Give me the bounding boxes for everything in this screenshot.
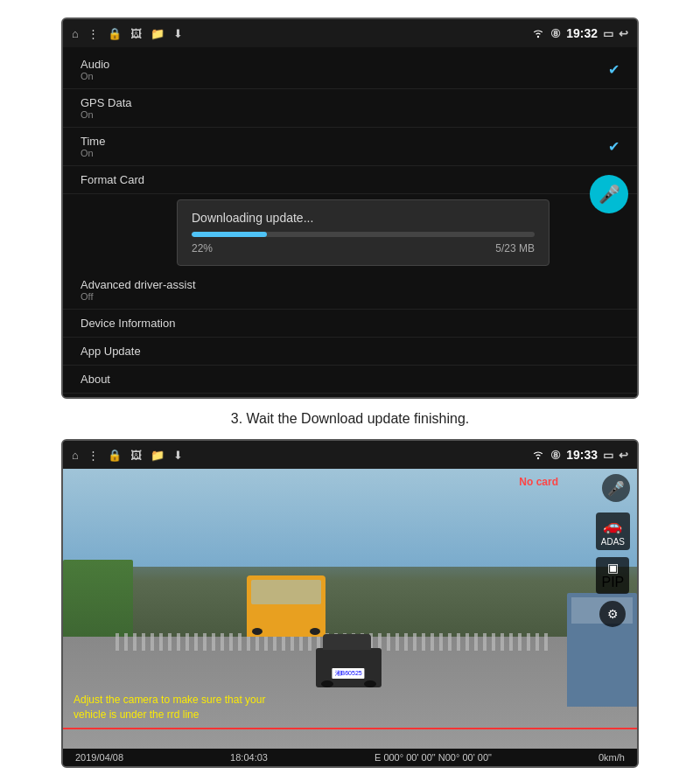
info-coords: E 000° 00' 00" N00° 00' 00": [374, 752, 492, 763]
license-plate: 湘B60525: [332, 668, 365, 679]
settings-row-format[interactable]: Format Card: [63, 166, 637, 194]
adas-red-line: [63, 728, 637, 729]
info-speed: 0km/h: [598, 752, 625, 763]
car-wr: [364, 680, 376, 687]
settings-area: Audio On ✔ GPS Data On Time On ✔ Format …: [63, 47, 637, 397]
progress-size: 5/23 MB: [495, 242, 535, 255]
screen1-frame: ⌂ ⋮ 🔒 🖼 📁 ⬇ ⑧ 19:32 ▭: [61, 17, 639, 399]
info-time: 18:04:03: [230, 752, 268, 763]
mic-btn-area[interactable]: 🎤: [590, 175, 628, 213]
progress-info: 22% 5/23 MB: [192, 242, 535, 255]
audio-label: Audio: [80, 58, 109, 71]
gps-sub: On: [80, 109, 620, 120]
bus-windshield: [251, 580, 321, 604]
clock-display-2: 19:33: [566, 448, 598, 462]
back-icon-2: ↩: [619, 449, 628, 462]
status-bar2-left: ⌂ ⋮ 🔒 🖼 📁 ⬇: [72, 449, 183, 462]
pip-label: PIP: [601, 575, 624, 590]
settings-row-gps[interactable]: GPS Data On: [63, 89, 637, 128]
back-icon: ↩: [619, 27, 628, 40]
about-label: About: [80, 373, 620, 386]
bluetooth-icon: ⑧: [550, 27, 561, 40]
format-label: Format Card: [80, 173, 584, 186]
dashcam-view: 湘B60525 No card 🎤 🚗 ADAS ▣ PIP ⚙ Adjust …: [63, 469, 637, 749]
settings-row-device[interactable]: Device Information: [63, 310, 637, 338]
advanced-label: Advanced driver-assist: [80, 278, 620, 291]
battery-icon-2: ▭: [603, 449, 613, 462]
adas-settings-btn[interactable]: ⚙: [599, 601, 626, 627]
status-bar-left: ⌂ ⋮ 🔒 🖼 📁 ⬇: [72, 27, 183, 40]
adas-button[interactable]: 🚗 ADAS: [596, 513, 630, 550]
bus-shape: [247, 575, 326, 637]
no-card-text: No card: [519, 476, 558, 488]
bus-wheel-r: [310, 628, 320, 635]
wifi-icon: [531, 28, 545, 38]
download-title: Downloading update...: [192, 211, 535, 225]
audio-sub: On: [80, 71, 109, 81]
car-body: 湘B60525: [316, 648, 382, 687]
bluetooth-icon-2: ⑧: [550, 449, 561, 462]
screen2-frame: ⌂ ⋮ 🔒 🖼 📁 ⬇ ⑧ 19:33 ▭ ↩: [61, 439, 639, 768]
status-bar-right: ⑧ 19:32 ▭ ↩: [531, 26, 628, 40]
appupdate-label: App Update: [80, 345, 620, 358]
menu-dots-icon: ⋮: [88, 27, 99, 40]
settings-row-audio[interactable]: Audio On ✔: [63, 51, 637, 89]
gps-label: GPS Data: [80, 96, 620, 109]
menu-dots-icon-2: ⋮: [88, 449, 99, 462]
dashcam-mic-btn[interactable]: 🎤: [602, 474, 630, 502]
status-bar2-right: ⑧ 19:33 ▭ ↩: [531, 448, 628, 462]
svg-point-1: [537, 457, 539, 459]
download-dialog: Downloading update... 22% 5/23 MB: [177, 199, 550, 266]
status-bar-1: ⌂ ⋮ 🔒 🖼 📁 ⬇ ⑧ 19:32 ▭: [63, 19, 637, 47]
progress-bar-fill: [192, 232, 267, 237]
adas-controls: 🚗 ADAS ▣ PIP ⚙: [596, 513, 630, 627]
settings-row-about[interactable]: About: [63, 366, 637, 394]
info-date: 2019/04/08: [75, 752, 123, 763]
settings-row-time[interactable]: Time On ✔: [63, 128, 637, 166]
advanced-sub: Off: [80, 291, 620, 302]
time-check: ✔: [608, 138, 620, 155]
time-sub: On: [80, 148, 105, 158]
caption1: 3. Wait the Download update finishing.: [231, 411, 469, 427]
image-icon: 🖼: [130, 27, 142, 40]
battery-icon: ▭: [603, 27, 613, 40]
mic-button[interactable]: 🎤: [590, 175, 628, 213]
lock-icon: 🔒: [108, 27, 122, 40]
device-label: Device Information: [80, 317, 620, 330]
info-bar: 2019/04/08 18:04:03 E 000° 00' 00" N00° …: [63, 749, 637, 766]
pip-button[interactable]: ▣ PIP: [596, 557, 629, 594]
car-wl: [321, 680, 333, 687]
pip-icon: ▣: [607, 561, 619, 575]
status-bar-2: ⌂ ⋮ 🔒 🖼 📁 ⬇ ⑧ 19:33 ▭ ↩: [63, 441, 637, 469]
progress-bar-bg: [192, 232, 535, 237]
svg-point-0: [537, 36, 539, 38]
lock-icon-2: 🔒: [108, 449, 122, 462]
folder-icon: 📁: [150, 27, 164, 40]
clock-display: 19:32: [566, 26, 598, 40]
download-dialog-container: Format Card Downloading update... 22% 5/…: [63, 166, 637, 310]
car-roof: [323, 634, 371, 650]
adas-car-icon: 🚗: [603, 516, 622, 535]
time-label: Time: [80, 135, 105, 148]
progress-percent: 22%: [192, 242, 213, 255]
settings-row-appupdate[interactable]: App Update: [63, 338, 637, 366]
bus-wheel-l: [252, 628, 262, 635]
download-icon: ⬇: [173, 27, 183, 40]
audio-check: ✔: [608, 61, 620, 78]
adas-label: ADAS: [601, 537, 625, 547]
adjust-camera-text: Adjust the camera to make sure that your…: [74, 693, 266, 722]
home-icon-2: ⌂: [72, 449, 79, 462]
home-icon: ⌂: [72, 27, 79, 40]
wifi-icon-2: [531, 450, 545, 460]
download-icon-2: ⬇: [173, 449, 183, 462]
image-icon-2: 🖼: [130, 449, 142, 462]
folder-icon-2: 📁: [150, 449, 164, 462]
settings-row-advanced[interactable]: Advanced driver-assist Off: [63, 271, 637, 310]
